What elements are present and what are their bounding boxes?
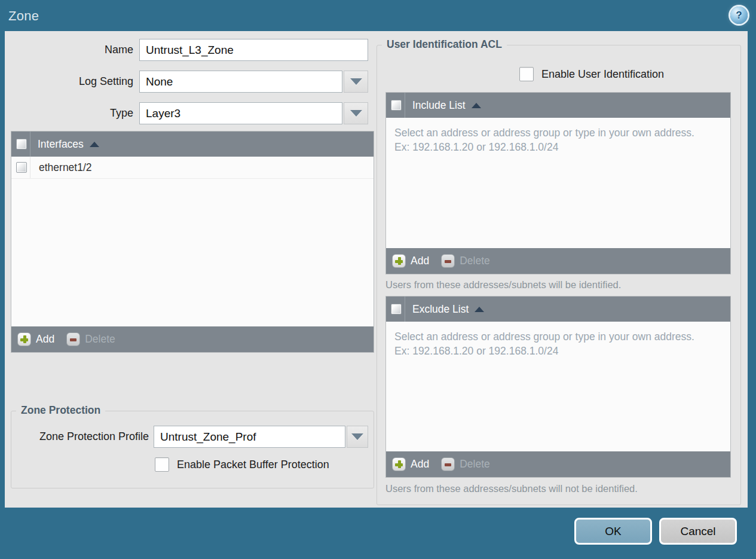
row-checkbox-cell	[11, 157, 30, 178]
type-label: Type	[11, 107, 139, 120]
type-select	[139, 102, 368, 124]
exclude-list-footer: Add Delete	[386, 451, 730, 477]
include-list-column-label[interactable]: Include List	[412, 99, 466, 112]
exclude-delete-button[interactable]: Delete	[441, 457, 490, 471]
include-select-all-checkbox[interactable]	[391, 100, 402, 111]
minus-icon	[66, 332, 80, 346]
include-list-header: Include List	[386, 93, 730, 118]
plus-icon	[392, 457, 406, 471]
log-setting-select	[139, 71, 368, 93]
enable-user-id-checkbox[interactable]	[519, 67, 534, 81]
exclude-list-body[interactable]: Select an address or address group or ty…	[386, 322, 730, 451]
dialog-body: Name Log Setting Type	[5, 31, 748, 508]
plus-icon	[17, 332, 31, 346]
name-input[interactable]	[139, 39, 368, 61]
chevron-down-icon	[350, 110, 362, 117]
add-button[interactable]: Add	[17, 332, 54, 346]
sort-asc-icon[interactable]	[475, 307, 484, 312]
exclude-list-panel: Exclude List Select an address or addres…	[385, 296, 731, 478]
zone-protection-profile-label: Zone Protection Profile	[11, 430, 154, 443]
packet-buffer-row: Enable Packet Buffer Protection	[155, 457, 329, 472]
question-mark-glyph: ?	[736, 10, 742, 22]
zone-protection-legend: Zone Protection	[16, 404, 105, 417]
include-list-body[interactable]: Select an address or address group or ty…	[386, 118, 730, 248]
select-all-checkbox[interactable]	[16, 139, 27, 149]
sort-asc-icon[interactable]	[90, 142, 99, 147]
enable-user-id-row: Enable User Identification	[519, 67, 664, 81]
include-list-placeholder: Select an address or address group or ty…	[386, 118, 730, 155]
type-input[interactable]	[139, 102, 342, 124]
exclude-list-caption: Users from these addresses/subnets will …	[385, 483, 638, 494]
exclude-list-column-label[interactable]: Exclude List	[412, 303, 469, 316]
minus-icon	[441, 254, 455, 268]
include-list-caption: Users from these addresses/subnets will …	[385, 279, 621, 291]
name-row: Name	[11, 39, 368, 61]
exclude-list-header: Exclude List	[386, 297, 730, 322]
cancel-button[interactable]: Cancel	[659, 518, 737, 545]
delete-button[interactable]: Delete	[66, 332, 115, 346]
interfaces-column-label[interactable]: Interfaces	[38, 138, 84, 151]
interface-name: ethernet1/2	[39, 161, 92, 174]
enable-user-id-label: Enable User Identification	[541, 68, 664, 81]
include-delete-button[interactable]: Delete	[441, 254, 490, 268]
type-dropdown-button[interactable]	[344, 102, 368, 124]
interfaces-body: ethernet1/2	[11, 157, 374, 326]
include-list-panel: Include List Select an address or addres…	[385, 92, 731, 274]
row-checkbox[interactable]	[16, 162, 27, 173]
sort-asc-icon[interactable]	[472, 103, 481, 108]
interfaces-header: Interfaces	[11, 132, 374, 157]
include-list-footer: Add Delete	[386, 248, 730, 274]
dialog-title: Zone	[8, 8, 39, 24]
plus-icon	[392, 254, 406, 268]
exclude-select-all-checkbox[interactable]	[391, 304, 402, 314]
name-label: Name	[11, 44, 139, 56]
user-id-acl-legend: User Identification ACL	[382, 38, 507, 51]
log-setting-row: Log Setting	[11, 71, 368, 93]
zone-dialog: Zone ? Name Log Setting Type	[0, 0, 756, 559]
interfaces-footer: Add Delete	[11, 326, 374, 352]
type-row: Type	[11, 102, 368, 124]
zone-protection-profile-dropdown-button[interactable]	[347, 426, 368, 448]
dialog-titlebar: Zone ?	[0, 0, 756, 31]
packet-buffer-checkbox[interactable]	[155, 457, 169, 472]
minus-icon	[441, 457, 455, 471]
zone-protection-section: Zone Protection Zone Protection Profile …	[11, 411, 374, 488]
help-icon[interactable]: ?	[730, 7, 748, 24]
user-id-acl-section: User Identification ACL Enable User Iden…	[377, 45, 741, 505]
header-checkbox-cell	[386, 297, 405, 322]
zone-protection-profile-row: Zone Protection Profile	[11, 426, 368, 448]
ok-button[interactable]: OK	[574, 518, 652, 545]
chevron-down-icon	[350, 78, 362, 85]
exclude-list-placeholder: Select an address or address group or ty…	[386, 322, 730, 359]
header-checkbox-cell	[386, 93, 405, 118]
zone-protection-profile-input[interactable]	[154, 426, 345, 448]
log-setting-input[interactable]	[139, 71, 342, 93]
log-setting-label: Log Setting	[11, 75, 139, 88]
exclude-add-button[interactable]: Add	[392, 457, 429, 471]
table-row[interactable]: ethernet1/2	[11, 157, 374, 179]
log-setting-dropdown-button[interactable]	[344, 71, 368, 93]
include-add-button[interactable]: Add	[392, 254, 429, 268]
header-checkbox-cell	[11, 132, 30, 157]
interfaces-panel: Interfaces ethernet1/2 Add Dele	[11, 131, 374, 353]
chevron-down-icon	[351, 433, 363, 440]
zone-protection-profile-select	[154, 426, 368, 448]
packet-buffer-label: Enable Packet Buffer Protection	[177, 459, 329, 471]
